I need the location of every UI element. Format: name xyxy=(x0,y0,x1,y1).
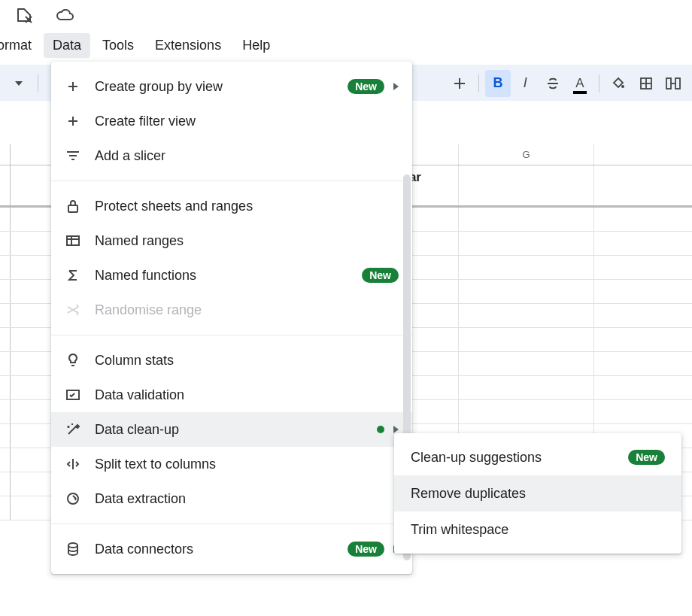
split-icon xyxy=(65,457,81,471)
menu-separator xyxy=(51,335,412,335)
magic-wand-icon xyxy=(65,422,81,437)
cell-g[interactable] xyxy=(459,232,594,255)
chevron-right-icon xyxy=(393,426,399,433)
submenu-cleanup-suggestions[interactable]: Clean-up suggestions New xyxy=(394,439,681,475)
svg-rect-10 xyxy=(675,78,680,89)
menu-column-stats[interactable]: Column stats xyxy=(51,343,412,378)
lock-icon xyxy=(65,199,81,214)
menu-label: Trim whitespace xyxy=(411,522,665,538)
svg-rect-20 xyxy=(67,236,79,245)
menu-help[interactable]: Help xyxy=(233,33,279,58)
menu-add-slicer[interactable]: Add a slicer xyxy=(51,138,412,173)
menu-data-extraction[interactable]: Data extraction xyxy=(51,481,412,516)
column-header-g[interactable]: G xyxy=(459,144,594,165)
cell-g[interactable] xyxy=(459,376,594,399)
plus-icon xyxy=(65,80,81,93)
lightbulb-icon xyxy=(65,353,81,368)
menu-label: Data validation xyxy=(95,387,399,403)
menu-label: Data extraction xyxy=(95,491,399,507)
menu-named-ranges[interactable]: Named ranges xyxy=(51,223,412,258)
cell-g[interactable] xyxy=(459,400,594,423)
menu-label: Create group by view xyxy=(95,79,334,95)
borders-button[interactable] xyxy=(633,70,658,97)
data-menu: Create group by view New Create filter v… xyxy=(51,62,412,574)
cell-g-header[interactable] xyxy=(459,165,594,205)
menu-label: Clean-up suggestions xyxy=(411,450,628,466)
menu-label: Add a slicer xyxy=(95,148,399,164)
menu-data-connectors[interactable]: Data connectors New xyxy=(51,532,412,566)
new-badge: New xyxy=(348,542,384,557)
menu-label: Remove duplicates xyxy=(411,486,665,502)
slicer-icon xyxy=(65,149,81,162)
menu-named-functions[interactable]: Named functions New xyxy=(51,258,412,293)
menu-data-validation[interactable]: Data validation xyxy=(51,378,412,412)
menu-create-filter-view[interactable]: Create filter view xyxy=(51,104,412,138)
bold-button[interactable]: B xyxy=(485,70,511,97)
menu-label: Create filter view xyxy=(95,114,399,129)
cell-g[interactable] xyxy=(459,328,594,351)
menu-tools[interactable]: Tools xyxy=(93,33,143,58)
menu-data[interactable]: Data xyxy=(44,33,90,58)
menu-label: Named ranges xyxy=(95,233,399,249)
doc-history-icon[interactable] xyxy=(15,6,33,24)
menu-label: Protect sheets and ranges xyxy=(95,199,399,214)
shuffle-icon xyxy=(65,303,81,317)
menu-create-group-by-view[interactable]: Create group by view New xyxy=(51,69,412,104)
cell-g[interactable] xyxy=(459,352,594,375)
submenu-remove-duplicates[interactable]: Remove duplicates xyxy=(394,475,681,511)
menu-label: Column stats xyxy=(95,353,399,369)
new-badge: New xyxy=(628,450,665,465)
named-ranges-icon xyxy=(65,234,81,247)
italic-button[interactable]: I xyxy=(512,70,538,97)
svg-point-29 xyxy=(68,493,78,504)
toolbar-dropdown-icon[interactable] xyxy=(6,70,32,97)
menu-protect-sheets-ranges[interactable]: Protect sheets and ranges xyxy=(51,189,412,223)
cloud-status-icon[interactable] xyxy=(56,6,74,24)
svg-rect-9 xyxy=(666,78,671,89)
cell-g[interactable] xyxy=(459,256,594,279)
menubar: ormat Data Tools Extensions Help xyxy=(0,30,692,60)
indicator-dot xyxy=(377,426,384,433)
cell-g[interactable] xyxy=(459,208,594,231)
menu-label: Split text to columns xyxy=(95,457,399,472)
text-color-button[interactable]: A xyxy=(567,70,593,97)
menu-format[interactable]: ormat xyxy=(0,33,41,58)
svg-point-5 xyxy=(621,85,624,88)
extract-icon xyxy=(65,491,81,506)
menu-label: Data clean-up xyxy=(95,422,363,438)
strikethrough-button[interactable] xyxy=(539,70,565,97)
menu-label: Randomise range xyxy=(95,302,399,318)
svg-point-30 xyxy=(68,543,77,548)
menu-separator xyxy=(51,523,412,524)
svg-rect-19 xyxy=(68,205,77,212)
fill-color-button[interactable] xyxy=(606,70,631,97)
data-validation-icon xyxy=(65,388,81,402)
menu-data-cleanup[interactable]: Data clean-up xyxy=(51,412,412,447)
menu-split-text-to-columns[interactable]: Split text to columns xyxy=(51,447,412,481)
data-cleanup-submenu: Clean-up suggestions New Remove duplicat… xyxy=(394,433,681,554)
cell-g[interactable] xyxy=(459,304,594,327)
cell-g[interactable] xyxy=(459,280,594,303)
submenu-trim-whitespace[interactable]: Trim whitespace xyxy=(394,511,681,548)
insert-plus-icon[interactable] xyxy=(446,70,472,97)
menu-separator xyxy=(51,181,412,181)
sigma-icon xyxy=(65,269,81,282)
menu-randomise-range: Randomise range xyxy=(51,293,412,327)
menu-extensions[interactable]: Extensions xyxy=(146,33,230,58)
menu-label: Named functions xyxy=(95,268,348,284)
new-badge: New xyxy=(362,268,399,283)
text-color-letter: A xyxy=(575,76,584,91)
merge-cells-button[interactable] xyxy=(660,70,686,97)
menu-label: Data connectors xyxy=(95,542,334,557)
database-icon xyxy=(65,542,81,557)
plus-icon xyxy=(65,114,81,128)
chevron-right-icon xyxy=(393,83,399,90)
new-badge: New xyxy=(348,79,384,94)
